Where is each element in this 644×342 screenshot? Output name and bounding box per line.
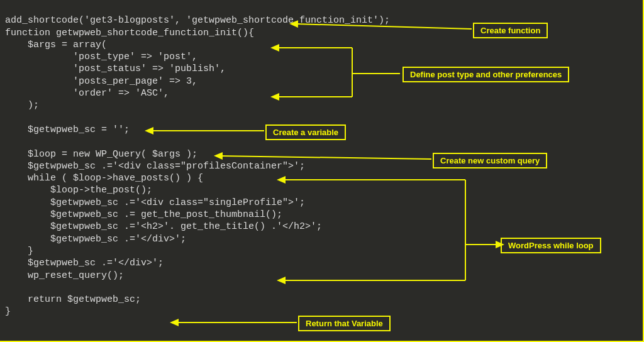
code-line: add_shortcode('get3-blogposts', 'getwpwe… [5,15,390,26]
code-block: add_shortcode('get3-blogposts', 'getwpwe… [0,0,644,342]
code-line: wp_reset_query(); [5,270,124,281]
annotation-while-loop: WordPress while loop [501,238,601,253]
code-line: $getwpweb_sc = ''; [5,124,130,135]
code-line: $getwpweb_sc .='<div class="profilesCont… [5,161,305,172]
code-line: $loop = new WP_Query( $args ); [5,149,197,160]
code-line: $getwpweb_sc .='<h2>'. get_the_title() .… [5,221,322,232]
annotation-create-function: Create function [473,23,548,38]
code-line: 'post_type' => 'post', [5,52,197,62]
code-line: $getwpweb_sc .='<div class="singleProfil… [5,197,305,208]
annotation-custom-query: Create new custom query [433,153,547,168]
code-line: 'posts_per_page' => 3, [5,76,197,87]
code-line: $getwpweb_sc .= get_the_post_thumbnail()… [5,209,282,220]
annotation-create-variable: Create a variable [265,124,346,140]
code-line: $getwpweb_sc .='</div>'; [5,258,164,268]
code-line: 'post_status' => 'publish', [5,63,226,74]
code-line: 'order' => 'ASC', [5,88,169,99]
annotation-define-post-type: Define post type and other preferences [402,67,569,82]
code-line: while ( $loop->have_posts() ) { [5,173,203,184]
code-line: $args = array( [5,40,107,50]
code-line: ); [5,100,39,111]
code-line: return $getwpweb_sc; [5,294,141,305]
code-line: $loop->the_post(); [5,185,152,196]
code-line: } [5,306,11,317]
code-line: } [5,246,33,256]
code-line: $getwpweb_sc .='</div>'; [5,234,186,245]
annotation-return-variable: Return that Variable [298,316,391,331]
code-line: function getwpweb_shortcode_function_ini… [5,28,254,38]
